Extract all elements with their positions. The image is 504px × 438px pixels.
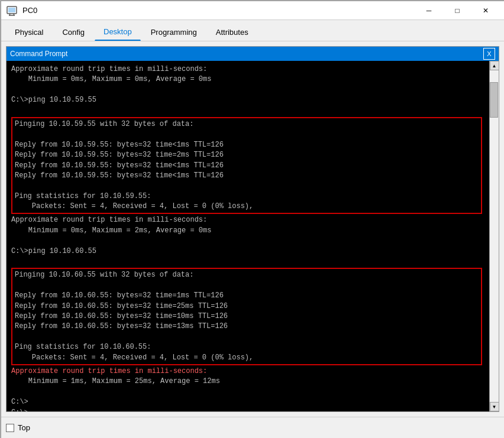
top-label: Top [18,423,30,432]
tab-physical[interactable]: Physical [6,24,52,41]
terminal-output[interactable]: Approximate round trip times in milli-se… [7,61,489,411]
cmd-close-button[interactable]: X [483,48,495,60]
tab-attributes[interactable]: Attributes [207,24,257,41]
bottom-bar: Top [1,417,504,438]
tab-bar: Physical Config Desktop Programming Attr… [1,20,504,41]
close-button[interactable]: ✕ [472,2,499,20]
cmd-body-wrapper: Approximate round trip times in milli-se… [7,61,499,411]
minimize-button[interactable]: ─ [415,2,442,20]
cmd-window: Command Prompt X Approximate round trip … [6,46,499,412]
terminal-header-lines: Approximate round trip times in milli-se… [11,65,211,104]
scroll-down-arrow[interactable]: ▼ [490,402,499,411]
main-window: PC0 ─ □ ✕ Physical Config Desktop Progra… [1,1,504,438]
main-content: Command Prompt X Approximate round trip … [1,41,504,417]
scroll-track[interactable] [490,70,499,402]
after-ping1-lines: Approximate round trip times in milli-se… [11,216,211,255]
maximize-button[interactable]: □ [444,2,471,20]
tab-programming[interactable]: Programming [142,24,206,41]
scroll-up-arrow[interactable]: ▲ [490,61,499,70]
top-checkbox[interactable] [6,424,14,432]
ping1-block: Pinging 10.10.59.55 with 32 bytes of dat… [11,117,482,215]
svg-rect-4 [8,8,15,12]
app-icon [6,5,18,17]
scroll-thumb[interactable] [490,82,498,118]
tab-desktop[interactable]: Desktop [95,23,141,41]
title-bar: PC0 ─ □ ✕ [1,1,504,20]
tab-config[interactable]: Config [53,24,93,41]
cmd-title-bar: Command Prompt X [7,47,499,61]
window-controls: ─ □ ✕ [415,2,499,20]
scrollbar: ▲ ▼ [489,61,499,411]
ping2-block: Pinging 10.10.60.55 with 32 bytes of dat… [11,268,482,365]
after-ping2-highlight: Approximate round trip times in milli-se… [11,367,207,375]
window-title: PC0 [22,6,415,15]
after-ping2-lines: Minimum = 1ms, Maximum = 25ms, Average =… [11,377,220,411]
cmd-title-label: Command Prompt [10,50,483,58]
